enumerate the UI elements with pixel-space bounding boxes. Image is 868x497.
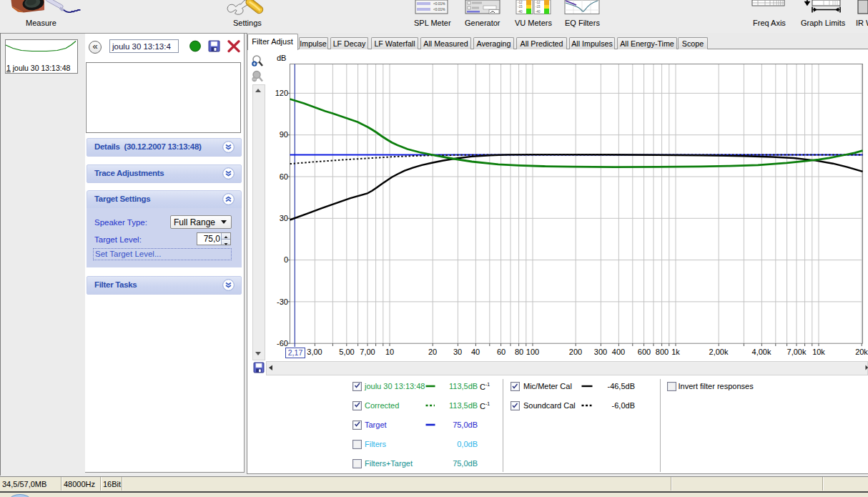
svg-text:<0.01%: <0.01% <box>433 8 445 11</box>
svg-text:-40: -40 <box>536 10 541 14</box>
svg-text:-40: -40 <box>518 10 523 14</box>
svg-text:-15: -15 <box>536 5 541 9</box>
svg-text:-12: -12 <box>518 1 523 4</box>
svg-text:-12: -12 <box>536 1 541 4</box>
svg-text:-15: -15 <box>518 5 523 9</box>
svg-text:<0.01%: <0.01% <box>433 2 445 6</box>
